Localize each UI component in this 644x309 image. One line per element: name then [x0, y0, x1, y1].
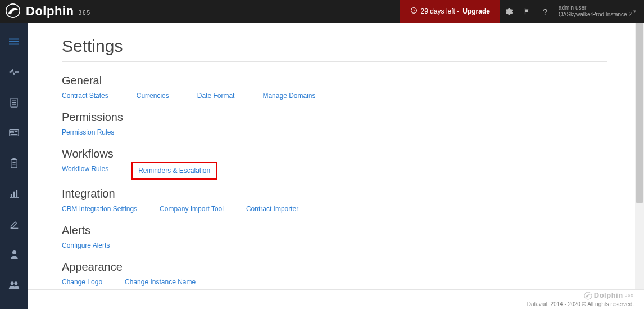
section-general: General Contract States Currencies Date … [62, 74, 607, 100]
svg-point-22 [11, 281, 14, 285]
title-separator [62, 61, 607, 62]
footer-copyright: Datavail. 2014 - 2020 © All rights reser… [527, 301, 634, 308]
nav-document-icon[interactable] [7, 96, 21, 109]
instance-name: QASkywalkerProd Instance 2 [559, 11, 632, 18]
dolphin-logo-icon [6, 3, 20, 20]
trial-days-text: 29 days left - [421, 7, 460, 15]
section-title-workflows: Workflows [62, 147, 607, 160]
section-title-alerts: Alerts [62, 224, 607, 237]
link-crm-integration-settings[interactable]: CRM Integration Settings [62, 205, 137, 213]
section-title-permissions: Permissions [62, 111, 607, 124]
svg-point-21 [12, 250, 16, 254]
link-currencies[interactable]: Currencies [137, 92, 169, 100]
link-contract-importer[interactable]: Contract Importer [246, 205, 298, 213]
nav-menu-icon[interactable] [7, 35, 21, 48]
scrollbar-thumb[interactable] [636, 23, 643, 203]
top-header: Dolphin 365 29 days left - Upgrade ? adm… [0, 0, 644, 23]
footer-brand: Dolphin 365 [584, 291, 634, 301]
user-menu[interactable]: admin user QASkywalkerProd Instance 2 [554, 0, 638, 23]
link-manage-domains[interactable]: Manage Domains [262, 92, 315, 100]
section-workflows: Workflows Workflow Rules Reminders & Esc… [62, 147, 607, 176]
svg-rect-13 [11, 159, 17, 168]
svg-rect-20 [16, 190, 17, 197]
brand-name: Dolphin [26, 5, 74, 17]
main-content: Settings General Contract States Currenc… [28, 23, 635, 289]
upgrade-link[interactable]: Upgrade [462, 7, 490, 15]
link-date-format[interactable]: Date Format [197, 92, 235, 100]
footer-brand-sub: 365 [625, 293, 634, 298]
nav-chart-icon[interactable] [7, 187, 21, 200]
nav-edit-icon[interactable] [7, 217, 21, 231]
svg-rect-18 [10, 194, 12, 197]
nav-users-icon[interactable] [7, 278, 21, 292]
section-title-appearance: Appearance [62, 261, 607, 274]
nav-activity-icon[interactable] [7, 65, 21, 79]
section-alerts: Alerts Configure Alerts [62, 224, 607, 249]
link-change-logo[interactable]: Change Logo [62, 278, 102, 286]
highlight-reminders-escalation: Reminders & Escalation [131, 162, 217, 180]
section-title-general: General [62, 74, 607, 87]
clock-icon [410, 7, 418, 16]
flag-icon[interactable] [518, 0, 536, 23]
trial-upgrade-banner[interactable]: 29 days left - Upgrade [400, 0, 500, 23]
link-company-import-tool[interactable]: Company Import Tool [160, 205, 224, 213]
settings-gear-icon[interactable] [500, 0, 518, 23]
link-configure-alerts[interactable]: Configure Alerts [62, 241, 110, 249]
link-reminders-escalation[interactable]: Reminders & Escalation [138, 167, 210, 174]
svg-rect-14 [12, 159, 15, 160]
user-name: admin user [559, 5, 632, 11]
section-appearance: Appearance Change Logo Change Instance N… [62, 261, 607, 286]
link-permission-rules[interactable]: Permission Rules [62, 128, 114, 136]
nav-user-icon[interactable] [7, 248, 21, 261]
section-title-integration: Integration [62, 187, 607, 200]
svg-point-23 [14, 281, 17, 285]
footer-brand-name: Dolphin [594, 291, 623, 301]
svg-rect-19 [13, 191, 15, 196]
brand-subtitle: 365 [78, 10, 91, 16]
page-title: Settings [62, 37, 607, 56]
svg-rect-10 [11, 131, 13, 133]
left-sidebar [0, 23, 28, 309]
link-workflow-rules[interactable]: Workflow Rules [62, 165, 108, 176]
nav-clipboard-icon[interactable] [7, 156, 21, 170]
brand: Dolphin 365 [6, 3, 91, 20]
section-permissions: Permissions Permission Rules [62, 111, 607, 136]
link-change-instance-name[interactable]: Change Instance Name [125, 278, 196, 286]
header-right: 29 days left - Upgrade ? admin user QASk… [400, 0, 638, 23]
footer: Dolphin 365 Datavail. 2014 - 2020 © All … [28, 289, 644, 309]
svg-rect-17 [10, 197, 19, 198]
link-contract-states[interactable]: Contract States [62, 92, 108, 100]
nav-card-icon[interactable] [7, 126, 21, 140]
help-icon[interactable]: ? [536, 0, 554, 23]
scrollbar-track[interactable] [635, 23, 644, 289]
section-integration: Integration CRM Integration Settings Com… [62, 187, 607, 213]
